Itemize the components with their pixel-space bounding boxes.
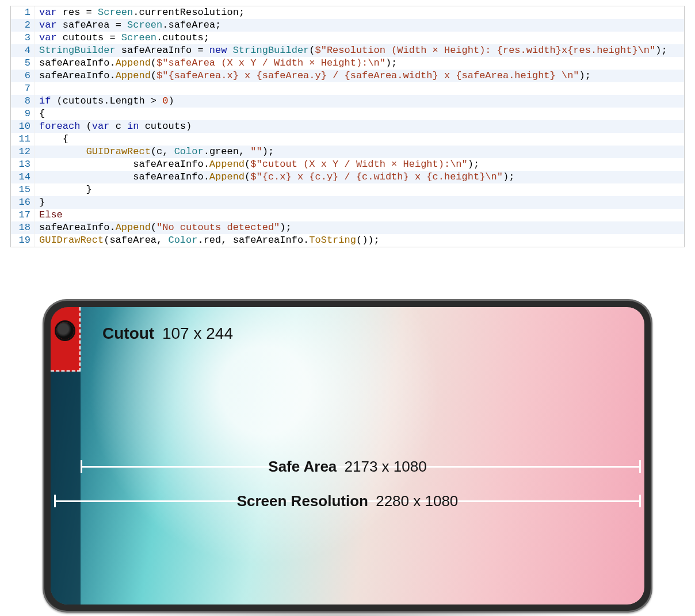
line-number: 8 bbox=[11, 95, 35, 108]
line-number: 12 bbox=[11, 146, 35, 158]
code-source bbox=[35, 82, 684, 95]
resolution-measure: Screen Resolution 2280 x 1080 bbox=[51, 491, 644, 511]
line-number: 9 bbox=[11, 108, 35, 120]
line-number: 7 bbox=[11, 82, 35, 95]
code-line: 16} bbox=[11, 196, 684, 209]
code-line: 17Else bbox=[11, 209, 684, 221]
line-number: 16 bbox=[11, 196, 35, 209]
safe-area-annotation: Safe Area 2173 x 1080 bbox=[261, 458, 433, 476]
phone-screen: Cutout 107 x 244 Safe Area 2173 x 1080 bbox=[51, 307, 644, 604]
code-source: var res = Screen.currentResolution; bbox=[35, 6, 684, 19]
line-number: 17 bbox=[11, 209, 35, 221]
safe-area-value: 2173 x 1080 bbox=[345, 458, 427, 475]
code-line: 10foreach (var c in cutouts) bbox=[11, 120, 684, 133]
line-number: 10 bbox=[11, 120, 35, 133]
line-number: 18 bbox=[11, 221, 35, 234]
line-number: 13 bbox=[11, 158, 35, 171]
line-number: 14 bbox=[11, 171, 35, 183]
code-line: 8if (cutouts.Length > 0) bbox=[11, 95, 684, 108]
line-number: 2 bbox=[11, 19, 35, 32]
cutout-rect bbox=[51, 307, 81, 372]
code-block: 1var res = Screen.currentResolution;2var… bbox=[10, 6, 685, 247]
code-line: 12 GUIDrawRect(c, Color.green, ""); bbox=[11, 146, 684, 158]
measure-cap bbox=[639, 495, 641, 507]
code-line: 9{ bbox=[11, 108, 684, 120]
code-source: safeAreaInfo.Append("No cutouts detected… bbox=[35, 221, 684, 234]
cutout-value: 107 x 244 bbox=[162, 324, 233, 342]
resolution-annotation: Screen Resolution 2280 x 1080 bbox=[230, 492, 465, 510]
code-source: Else bbox=[35, 209, 684, 221]
safe-area-measure: Safe Area 2173 x 1080 bbox=[51, 457, 644, 476]
code-line: 5safeAreaInfo.Append($"safeArea (X x Y /… bbox=[11, 57, 684, 70]
line-number: 1 bbox=[11, 6, 35, 19]
code-source: var safeArea = Screen.safeArea; bbox=[35, 19, 684, 32]
line-number: 3 bbox=[11, 32, 35, 44]
cutout-annotation: Cutout 107 x 244 bbox=[102, 324, 233, 343]
code-line: 14 safeAreaInfo.Append($"{c.x} x {c.y} /… bbox=[11, 171, 684, 183]
code-source: foreach (var c in cutouts) bbox=[35, 120, 684, 133]
code-source: StringBuilder safeAreaInfo = new StringB… bbox=[35, 44, 684, 57]
measure-cap bbox=[81, 460, 82, 473]
measure-bar bbox=[54, 500, 641, 502]
code-line: 7 bbox=[11, 82, 684, 95]
line-number: 4 bbox=[11, 44, 35, 57]
camera-icon bbox=[56, 322, 74, 339]
phone-mockup: Cutout 107 x 244 Safe Area 2173 x 1080 bbox=[43, 299, 652, 616]
code-source: safeAreaInfo.Append($"{safeArea.x} x {sa… bbox=[35, 70, 684, 82]
line-number: 11 bbox=[11, 133, 35, 146]
code-line: 4StringBuilder safeAreaInfo = new String… bbox=[11, 44, 684, 57]
code-line: 1var res = Screen.currentResolution; bbox=[11, 6, 684, 19]
line-number: 15 bbox=[11, 183, 35, 196]
resolution-value: 2280 x 1080 bbox=[376, 492, 458, 510]
line-number: 6 bbox=[11, 70, 35, 82]
code-source: if (cutouts.Length > 0) bbox=[35, 95, 684, 108]
measure-cap bbox=[639, 460, 641, 473]
code-line: 13 safeAreaInfo.Append($"cutout (X x Y /… bbox=[11, 158, 684, 171]
code-source: GUIDrawRect(c, Color.green, ""); bbox=[35, 146, 684, 158]
code-line: 18safeAreaInfo.Append("No cutouts detect… bbox=[11, 221, 684, 234]
code-source: { bbox=[35, 108, 684, 120]
line-number: 5 bbox=[11, 57, 35, 70]
line-number: 19 bbox=[11, 234, 35, 247]
measure-bar bbox=[81, 466, 641, 468]
code-line: 19GUIDrawRect(safeArea, Color.red, safeA… bbox=[11, 234, 684, 247]
safe-area-label: Safe Area bbox=[268, 458, 337, 475]
code-line: 3var cutouts = Screen.cutouts; bbox=[11, 32, 684, 44]
code-source: { bbox=[35, 133, 684, 146]
code-source: var cutouts = Screen.cutouts; bbox=[35, 32, 684, 44]
code-source: safeAreaInfo.Append($"{c.x} x {c.y} / {c… bbox=[35, 171, 684, 183]
resolution-label: Screen Resolution bbox=[237, 492, 368, 510]
code-source: } bbox=[35, 183, 684, 196]
code-source: safeAreaInfo.Append($"safeArea (X x Y / … bbox=[35, 57, 684, 70]
phone-frame: Cutout 107 x 244 Safe Area 2173 x 1080 bbox=[43, 299, 652, 613]
code-line: 15 } bbox=[11, 183, 684, 196]
page-root: 1var res = Screen.currentResolution;2var… bbox=[0, 6, 695, 616]
code-source: GUIDrawRect(safeArea, Color.red, safeAre… bbox=[35, 234, 684, 247]
code-line: 6safeAreaInfo.Append($"{safeArea.x} x {s… bbox=[11, 70, 684, 82]
code-line: 2var safeArea = Screen.safeArea; bbox=[11, 19, 684, 32]
code-source: safeAreaInfo.Append($"cutout (X x Y / Wi… bbox=[35, 158, 684, 171]
code-line: 11 { bbox=[11, 133, 684, 146]
cutout-label: Cutout bbox=[102, 324, 154, 342]
code-source: } bbox=[35, 196, 684, 209]
